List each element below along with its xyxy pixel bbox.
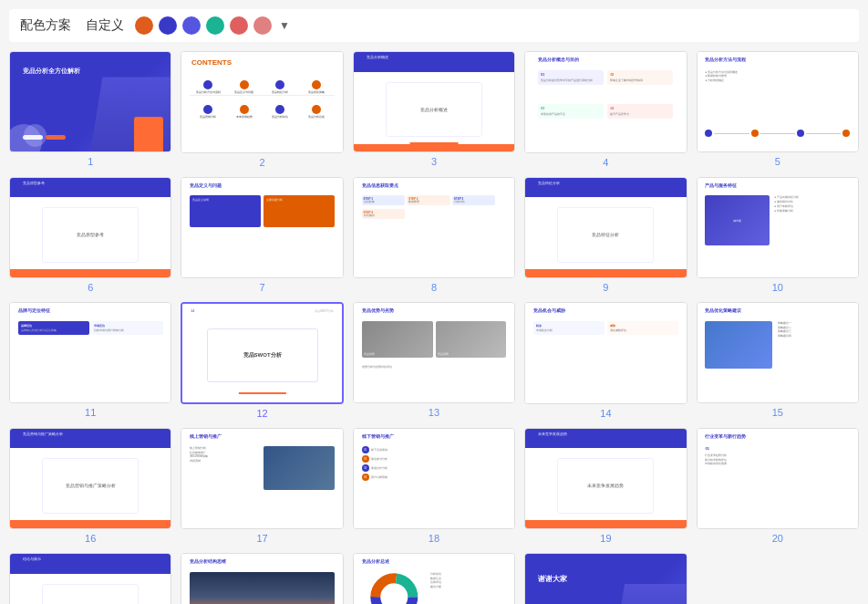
slide-item: 竞品机会与威胁 机会 市场机会分析 威胁 潜在威胁评估 14 xyxy=(524,302,687,419)
color-dot-blue[interactable] xyxy=(159,16,177,35)
slide-item: 产品与服务特征 城市图 ● 产品功能特征分析 ● 服务模式对比 ● 用户体验评估… xyxy=(697,177,859,294)
slide-number-15: 15 xyxy=(772,407,783,418)
slide-item: CONTENTS 竞品分析方法与流程 竞品定义与问题 竞品特征分析 xyxy=(181,51,343,168)
slide-thumb-5[interactable]: 竞品分析方法与流程 ● 竞品分析方法与流程概述 ● 数据收集与整理 ● 分析维度… xyxy=(697,51,859,152)
slide-number-2: 2 xyxy=(260,157,265,168)
slide-item: 竞品分析总述 分析结论数据汇总总体评估建议方案 23 xyxy=(353,553,515,604)
slide-thumb-16[interactable]: 竞品营销与推广策略分析 竞品营销与推广策略分析 xyxy=(9,428,171,529)
top-bar: 配色方案 自定义 ▼ xyxy=(9,9,859,42)
slide-thumb-11[interactable]: 品牌与定位特征 品牌定位 品牌核心价值分析与定位策略 市场定位 目标市场与用户群… xyxy=(9,302,171,403)
slide-number-1: 1 xyxy=(88,156,93,167)
slide-number-18: 18 xyxy=(429,533,439,544)
color-dot-red[interactable] xyxy=(230,16,248,35)
slide-item: 未来竞争发展趋势 未来竞争发展趋势 19 xyxy=(524,428,687,545)
slide-thumb-14[interactable]: 竞品机会与威胁 机会 市场机会分析 威胁 潜在威胁评估 xyxy=(524,302,687,404)
slide-item: 品牌与定位特征 品牌定位 品牌核心价值分析与定位策略 市场定位 目标市场与用户群… xyxy=(9,302,171,419)
chevron-down-icon[interactable]: ▼ xyxy=(279,19,290,32)
slide-item: 竞品原型参考 竞品原型参考 6 xyxy=(9,177,171,294)
slide-thumb-20[interactable]: 行业变革与新行趋势 01 行业变革趋势分析新兴技术影响评估市场格局变化预测 xyxy=(697,428,859,529)
slide-number-11: 11 xyxy=(85,407,96,418)
slide-number-5: 5 xyxy=(775,156,780,167)
slide-thumb-8[interactable]: 竞品信息获取要点 STEP 1 信息收集 STEP 2 数据整理 STEP 3 … xyxy=(353,177,515,278)
slide-thumb-10[interactable]: 产品与服务特征 城市图 ● 产品功能特征分析 ● 服务模式对比 ● 用户体验评估… xyxy=(697,177,859,278)
color-dot-green[interactable] xyxy=(206,16,224,35)
slide-number-16: 16 xyxy=(85,533,96,544)
slide-thumb-15[interactable]: 竞品优化策略建议 策略建议一策略建议二策略建议三策略建议四 xyxy=(697,302,859,403)
slide-item: 竞品优化策略建议 策略建议一策略建议二策略建议三策略建议四 15 xyxy=(697,302,859,419)
slide-number-13: 13 xyxy=(429,407,439,418)
color-dot-pink[interactable] xyxy=(253,16,272,35)
slide-item: 结论与展示 结论与展示 21 xyxy=(9,553,171,604)
slide-thumb-24[interactable]: 谢谢大家 xyxy=(524,553,687,604)
slide-number-10: 10 xyxy=(772,282,783,293)
slide-thumb-6[interactable]: 竞品原型参考 竞品原型参考 xyxy=(9,177,171,278)
slide-thumb-7[interactable]: 竞品定义与问题 竞品定义说明 主要问题分析 xyxy=(181,177,343,279)
slide-item: 行业变革与新行趋势 01 行业变革趋势分析新兴技术影响评估市场格局变化预测 20 xyxy=(697,428,859,545)
slide-number-3: 3 xyxy=(431,156,437,167)
slide-thumb-12[interactable]: 14 竞品SWOT分析 竞品SWOT分析 xyxy=(181,302,343,404)
slide-number-9: 9 xyxy=(603,282,608,293)
custom-label: 自定义 xyxy=(86,17,124,34)
slide-item: 谢谢大家 24 xyxy=(524,553,687,604)
slide-number-19: 19 xyxy=(600,533,611,544)
slide-number-20: 20 xyxy=(772,533,783,544)
slide-item: 竞品分析结构思维 22 xyxy=(181,553,343,604)
color-scheme-label: 配色方案 xyxy=(20,17,71,34)
slide-thumb-3[interactable]: 竞品分析概述 竞品分析概述 xyxy=(353,51,515,152)
slide-item: 竞品定义与问题 竞品定义说明 主要问题分析 7 xyxy=(181,177,343,294)
slide-number-4: 4 xyxy=(603,157,608,168)
slide-item: 竞品信息获取要点 STEP 1 信息收集 STEP 2 数据整理 STEP 3 … xyxy=(353,177,515,294)
slide-item: 竞品优势与劣势 竞品优势 竞品劣势 优势分析与劣势对比评估 13 xyxy=(353,302,515,419)
slide-thumb-4[interactable]: 竞品分析概念与目的 01 竞品分析是对竞争对手的产品进行系统分析 02 帮助企业… xyxy=(524,51,687,153)
slide-item: 线上营销与推广 线上营销分析社交媒体推广SEO/SEM策略内容营销 17 xyxy=(181,428,343,545)
slides-grid: 竞品分析全方位解析 1 CONTENTS 竞品分析方法与流程 xyxy=(9,51,859,604)
slide-thumb-23[interactable]: 竞品分析总述 分析结论数据汇总总体评估建议方案 xyxy=(353,553,515,604)
color-dot-purple[interactable] xyxy=(182,16,201,35)
slide-number-12: 12 xyxy=(256,408,267,419)
slide-item: 竞品分析全方位解析 1 xyxy=(9,51,171,168)
slide-thumb-13[interactable]: 竞品优势与劣势 竞品优势 竞品劣势 优势分析与劣势对比评估 xyxy=(353,302,515,403)
slide-item: 竞品分析概念与目的 01 竞品分析是对竞争对手的产品进行系统分析 02 帮助企业… xyxy=(524,51,687,168)
slide-number-17: 17 xyxy=(256,533,267,544)
slide-number-7: 7 xyxy=(260,282,265,293)
color-dot-orange[interactable] xyxy=(135,16,153,35)
slide-thumb-2[interactable]: CONTENTS 竞品分析方法与流程 竞品定义与问题 竞品特征分析 xyxy=(181,51,343,153)
slide-thumb-1[interactable]: 竞品分析全方位解析 xyxy=(9,51,171,152)
slide-item: 线下营销与推广 01 线下活动策划 02 展会参与分析 03 渠道合作分析 xyxy=(353,428,515,545)
slide-item: 竞品特征分析 竞品特征分析 9 xyxy=(524,177,687,294)
slide-number-6: 6 xyxy=(88,282,93,293)
slide-item: 竞品分析概述 竞品分析概述 3 xyxy=(353,51,515,168)
slide-thumb-9[interactable]: 竞品特征分析 竞品特征分析 xyxy=(524,177,687,279)
slide-item: 14 竞品SWOT分析 竞品SWOT分析 12 xyxy=(181,302,343,419)
slide-number-14: 14 xyxy=(600,408,611,419)
color-dots xyxy=(135,16,272,35)
slide-thumb-17[interactable]: 线上营销与推广 线上营销分析社交媒体推广SEO/SEM策略内容营销 xyxy=(181,428,343,530)
slide-item: 竞品营销与推广策略分析 竞品营销与推广策略分析 16 xyxy=(9,428,171,545)
slide-thumb-22[interactable]: 竞品分析结构思维 xyxy=(181,553,343,604)
slide-thumb-18[interactable]: 线下营销与推广 01 线下活动策划 02 展会参与分析 03 渠道合作分析 xyxy=(353,428,515,529)
slide-number-8: 8 xyxy=(431,282,437,293)
slide-thumb-21[interactable]: 结论与展示 结论与展示 xyxy=(9,553,171,604)
slide-thumb-19[interactable]: 未来竞争发展趋势 未来竞争发展趋势 xyxy=(524,428,687,530)
slide-item: 竞品分析方法与流程 ● 竞品分析方法与流程概述 ● 数据收集与整理 ● 分析维度… xyxy=(697,51,859,168)
